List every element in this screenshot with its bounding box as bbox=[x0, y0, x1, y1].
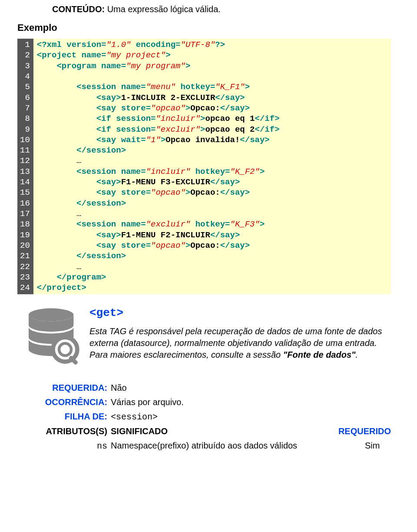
meta-value: Não bbox=[111, 383, 127, 393]
attr-required: Sim bbox=[365, 441, 391, 451]
attribute-header: ATRIBUTOS(S) SIGNIFICADO REQUERIDO bbox=[35, 426, 391, 436]
get-description: Esta TAG é responsável pela recuperação … bbox=[89, 326, 391, 361]
content-text: Uma expressão lógica válida. bbox=[107, 4, 221, 14]
database-search-icon bbox=[25, 306, 82, 367]
content-label: CONTEÚDO: bbox=[52, 4, 105, 14]
attr-header-requerido: REQUERIDO bbox=[338, 426, 391, 436]
meta-value: Várias por arquivo. bbox=[111, 397, 184, 407]
attr-ns: ns bbox=[35, 441, 111, 451]
meta-ocorrencia: OCORRÊNCIA: Várias por arquivo. bbox=[35, 397, 391, 407]
code-content: <?xml version="1.0" encoding="UTF-8"?><p… bbox=[33, 39, 391, 294]
get-heading: <get> bbox=[89, 306, 391, 319]
attr-header-significado: SIGNIFICADO bbox=[111, 426, 338, 436]
line-number-gutter: 123456789101112131415161718192021222324 bbox=[17, 39, 33, 294]
meta-label: OCORRÊNCIA: bbox=[35, 397, 111, 407]
attr-header-label: ATRIBUTOS(S) bbox=[35, 426, 111, 436]
meta-value: <session> bbox=[111, 412, 158, 422]
meta-requerida: REQUERIDA: Não bbox=[35, 383, 391, 393]
attribute-row: ns Namespace(prefixo) atribuído aos dado… bbox=[35, 441, 391, 451]
meta-label: REQUERIDA: bbox=[35, 383, 111, 393]
get-section-body: <get> Esta TAG é responsável pela recupe… bbox=[89, 306, 391, 361]
get-section: <get> Esta TAG é responsável pela recupe… bbox=[17, 306, 391, 367]
tag-metadata: REQUERIDA: Não OCORRÊNCIA: Várias por ar… bbox=[35, 383, 391, 451]
svg-point-0 bbox=[29, 308, 73, 321]
attr-desc: Namespace(prefixo) atribuído aos dados v… bbox=[111, 441, 365, 451]
content-definition: CONTEÚDO: Uma expressão lógica válida. bbox=[52, 4, 391, 14]
code-example: 123456789101112131415161718192021222324 … bbox=[17, 39, 391, 294]
meta-filha: FILHA DE: <session> bbox=[35, 412, 391, 422]
example-header: Exemplo bbox=[17, 22, 391, 33]
meta-label: FILHA DE: bbox=[35, 412, 111, 422]
